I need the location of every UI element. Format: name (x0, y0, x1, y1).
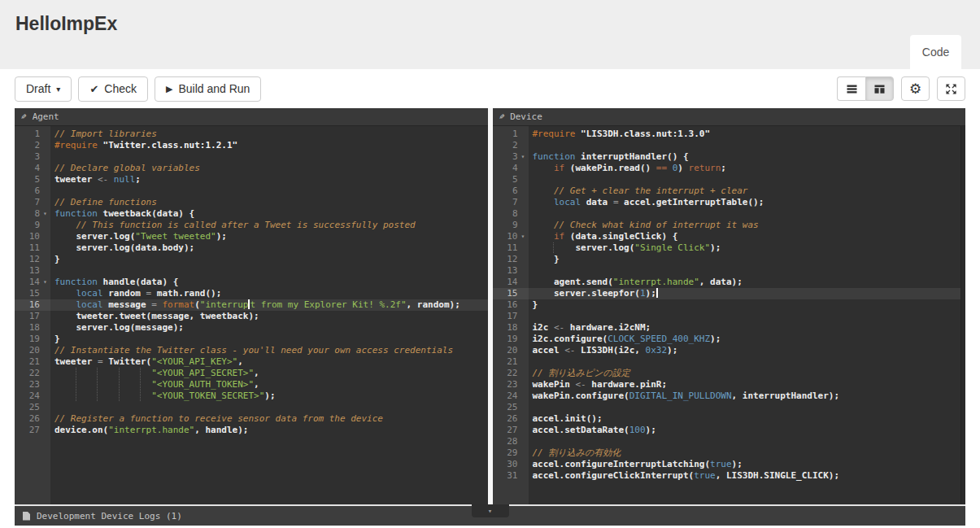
check-button[interactable]: ✔ Check (78, 76, 148, 102)
code-line: accel.configureClickInterrupt(true, LIS3… (529, 470, 961, 482)
code-line: // 割り込みピンの設定 (529, 368, 961, 379)
code-line: accel.setDataRate(100); (529, 425, 961, 436)
split-pane-layout-button[interactable] (865, 76, 894, 101)
gutter-line: 28 (493, 436, 529, 447)
gutter-line: 31 (493, 470, 529, 482)
layout-toggle-group (837, 76, 894, 101)
code-line (529, 140, 961, 151)
code-line: "<YOUR_AUTH_TOKEN>", (50, 379, 488, 391)
device-scrollbar[interactable] (960, 126, 965, 504)
gutter-line: 12 (15, 254, 50, 265)
gutter-line: 9 (493, 220, 529, 231)
code-line: tweeter.tweet(message, tweetback); (50, 311, 488, 322)
gutter-line: 20 (15, 345, 50, 356)
page-title: HelloImpEx (0, 0, 980, 35)
code-line: wakePin <- hardware.pinR; (529, 379, 961, 391)
gutter-line: 17 (493, 311, 529, 322)
code-line: // Get + clear the interrupt + clear (529, 185, 961, 197)
code-line: #require "LIS3DH.class.nut:1.3.0" (529, 129, 961, 140)
code-line (529, 356, 961, 368)
gutter-line: 15 (15, 288, 50, 299)
code-line: i2c <- hardware.i2cNM; (529, 322, 961, 334)
fold-caret-icon[interactable]: ▾ (40, 279, 50, 286)
device-logs-bar[interactable]: Development Device Logs (1) ▾ (15, 504, 965, 526)
gutter-line: 2 (493, 140, 529, 151)
gutter-line: 6 (493, 185, 529, 197)
editor-container: ✎ Agent 12345678▾91011121314▾15161718192… (15, 108, 965, 526)
code-line: server.log(message); (50, 322, 488, 334)
build-and-run-button[interactable]: ▶ Build and Run (155, 76, 261, 102)
draft-button[interactable]: Draft ▾ (15, 76, 72, 102)
gutter-line: 24 (15, 391, 50, 402)
gutter-line: 27 (15, 425, 50, 436)
gutter-line: 4 (493, 163, 529, 174)
agent-pane: ✎ Agent 12345678▾91011121314▾15161718192… (15, 108, 488, 504)
gutter-line: 15 (493, 288, 529, 299)
code-line: server.log(data.body); (50, 242, 488, 254)
code-line (50, 402, 488, 413)
code-line: server.sleepfor(1); (529, 288, 961, 299)
code-line: local random = math.rand(); (50, 288, 488, 299)
code-line (50, 151, 488, 163)
code-line: // Check what kind of interrupt it was (529, 220, 961, 231)
device-gutter[interactable]: 123▾45678910▾111213141516171819202122232… (493, 126, 529, 504)
settings-button[interactable]: ⚙ (901, 76, 930, 101)
single-pane-layout-button[interactable] (837, 76, 865, 101)
fold-caret-icon[interactable]: ▾ (40, 211, 50, 217)
gutter-line: 12 (493, 254, 529, 265)
agent-gutter[interactable]: 12345678▾91011121314▾1516171819202122232… (15, 126, 50, 504)
code-line: } (529, 299, 961, 311)
code-line (50, 265, 488, 277)
code-line: wakePin.configure(DIGITAL_IN_PULLDOWN, i… (529, 391, 961, 402)
code-line (529, 311, 961, 322)
gutter-line: 27 (493, 425, 529, 436)
code-line: function tweetback(data) { (50, 208, 488, 220)
toolbar-right: ⚙ (837, 76, 965, 101)
gutter-line: 13 (493, 265, 529, 277)
code-line: server.log("Single Click"); (529, 242, 961, 254)
gutter-line: 5 (493, 174, 529, 185)
gutter-line: 21 (493, 356, 529, 368)
fullscreen-button[interactable] (937, 76, 965, 101)
collapse-logs-button[interactable]: ▾ (472, 504, 509, 517)
gear-icon: ⚙ (909, 82, 921, 96)
gutter-line: 24 (493, 391, 529, 402)
gutter-line: 19 (493, 334, 529, 345)
gutter-line: 6 (15, 185, 50, 197)
code-line: // Import libraries (50, 129, 488, 140)
check-icon: ✔ (89, 84, 98, 94)
gutter-line: 8▾ (15, 208, 50, 220)
code-line: // Define functions (50, 197, 488, 208)
gutter-line: 11 (493, 242, 529, 254)
agent-code[interactable]: // Import libraries#require "Twitter.cla… (50, 126, 488, 504)
fold-caret-icon[interactable]: ▾ (518, 233, 529, 240)
gutter-line: 7 (493, 197, 529, 208)
device-logs-label: Development Device Logs (1) (37, 511, 182, 521)
gutter-line: 11 (15, 242, 50, 254)
code-line (529, 265, 961, 277)
gutter-line: 30 (493, 459, 529, 470)
tab-code[interactable]: Code (910, 35, 961, 69)
gutter-line: 13 (15, 265, 50, 277)
check-label: Check (104, 82, 137, 95)
code-line (529, 208, 961, 220)
document-icon (23, 512, 30, 521)
gutter-line: 3▾ (493, 151, 529, 163)
fold-caret-icon[interactable]: ▾ (518, 154, 529, 160)
gutter-line: 19 (15, 334, 50, 345)
code-line: agent.send("interrpt.hande", data); (529, 277, 961, 288)
pencil-icon: ✎ (499, 111, 505, 122)
gutter-line: 10▾ (493, 231, 529, 242)
gutter-line: 23 (493, 379, 529, 391)
device-code[interactable]: #require "LIS3DH.class.nut:1.3.0"functio… (529, 126, 961, 504)
gutter-line: 5 (15, 174, 50, 185)
gutter-line: 16 (15, 299, 50, 311)
code-line: accel.init(); (529, 413, 961, 425)
gutter-line: 1 (15, 129, 50, 140)
gutter-line: 29 (493, 447, 529, 459)
agent-pane-header: ✎ Agent (15, 108, 488, 126)
gutter-line: 10 (15, 231, 50, 242)
gutter-line: 14▾ (15, 277, 50, 288)
device-editor: 123▾45678910▾111213141516171819202122232… (493, 126, 966, 504)
gutter-line: 1 (493, 129, 529, 140)
